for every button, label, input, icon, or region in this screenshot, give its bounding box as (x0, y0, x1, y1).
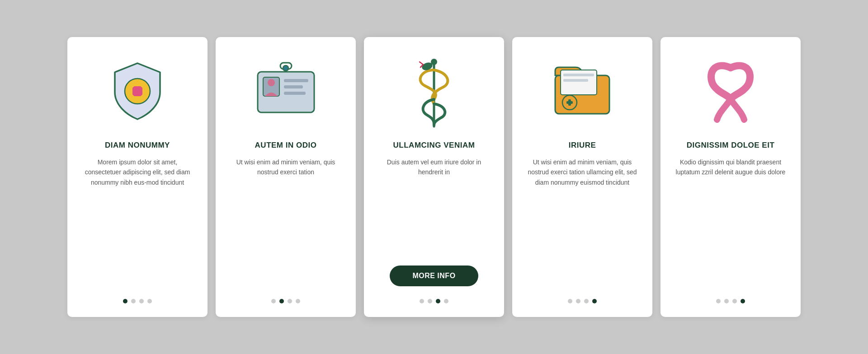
card-3-dots (420, 299, 448, 303)
dot (139, 299, 144, 303)
card-4-title: IRIURE (569, 141, 596, 150)
dot (271, 299, 276, 303)
svg-rect-20 (568, 99, 571, 106)
card-3: ULLAMCING VENIAM Duis autem vel eum iriu… (364, 37, 504, 317)
svg-point-7 (268, 79, 275, 86)
ribbon-icon (694, 55, 767, 127)
card-4: IRIURE Ut wisi enim ad minim veniam, qui… (512, 37, 652, 317)
card-5-dots (716, 299, 745, 303)
card-2-title: AUTEM IN ODIO (255, 141, 317, 150)
more-info-button[interactable]: MORE INFO (390, 266, 478, 286)
card-1-body: Morem ipsum dolor sit amet, consectetuer… (80, 157, 195, 286)
dot (296, 299, 300, 303)
cards-container: DIAM NONUMMY Morem ipsum dolor sit amet,… (40, 19, 828, 335)
medical-folder-icon (546, 55, 618, 127)
dot (428, 299, 432, 303)
svg-rect-9 (284, 85, 303, 88)
dot (420, 299, 424, 303)
card-2: AUTEM IN ODIO Ut wisi enim ad minim veni… (216, 37, 356, 317)
svg-rect-2 (132, 87, 142, 95)
svg-rect-8 (284, 79, 308, 82)
dot (584, 299, 589, 303)
card-2-dots (271, 299, 300, 303)
svg-rect-17 (563, 79, 588, 82)
card-1: DIAM NONUMMY Morem ipsum dolor sit amet,… (67, 37, 208, 317)
dot (716, 299, 721, 303)
dot (568, 299, 572, 303)
svg-point-21 (726, 96, 735, 103)
svg-rect-16 (563, 74, 594, 76)
dot (576, 299, 580, 303)
dot-active (436, 299, 440, 303)
dot-active (741, 299, 745, 303)
dot-active (279, 299, 284, 303)
shield-medical-icon (101, 55, 174, 127)
card-5-body: Kodio dignissim qui blandit praesent lup… (673, 157, 788, 286)
dot (732, 299, 737, 303)
card-2-body: Ut wisi enim ad minim veniam, quis nostr… (228, 157, 343, 286)
card-4-body: Ut wisi enim ad minim veniam, quis nostr… (525, 157, 640, 286)
dot-active (123, 299, 127, 303)
dot (288, 299, 292, 303)
id-card-icon (250, 55, 322, 127)
dot (147, 299, 152, 303)
card-5-title: DIGNISSIM DOLOE EIT (687, 141, 775, 150)
card-1-title: DIAM NONUMMY (105, 141, 170, 150)
dot (131, 299, 136, 303)
card-4-dots (568, 299, 597, 303)
svg-rect-10 (284, 92, 306, 95)
caduceus-icon (398, 55, 470, 127)
dot (444, 299, 448, 303)
card-1-dots (123, 299, 152, 303)
svg-point-4 (283, 65, 288, 71)
dot (724, 299, 729, 303)
card-3-title: ULLAMCING VENIAM (393, 141, 475, 150)
card-3-body: Duis autem vel eum iriure dolor in hendr… (377, 157, 491, 255)
dot-active (592, 299, 597, 303)
card-5: DIGNISSIM DOLOE EIT Kodio dignissim qui … (660, 37, 801, 317)
